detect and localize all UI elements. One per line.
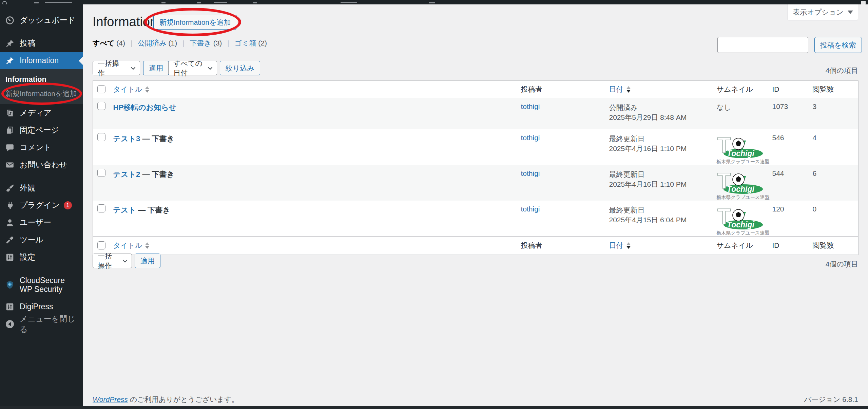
- chevron-down-icon: [848, 11, 853, 14]
- svg-text:Tochigi: Tochigi: [727, 220, 755, 229]
- menu-separator: [0, 266, 83, 272]
- pushpin-icon: [5, 39, 14, 48]
- author-link[interactable]: tothigi: [521, 103, 540, 110]
- new-content-text: [214, 2, 227, 3]
- plug-icon: [5, 201, 14, 210]
- apply-button-bottom[interactable]: 適用: [135, 254, 160, 268]
- sort-arrows-icon: [626, 86, 631, 93]
- items-count-top: 4個の項目: [826, 66, 858, 75]
- submenu-item-add-new-information[interactable]: 新規Informationを追加: [0, 87, 83, 101]
- user-avatar[interactable]: [861, 1, 866, 4]
- filter-button[interactable]: 絞り込み: [220, 61, 260, 75]
- column-header-thumbnail: サムネイル: [717, 81, 772, 98]
- search-posts-button[interactable]: 投稿を検索: [814, 37, 862, 53]
- status-filter-links: すべて (4) | 公開済み (1) | 下書き (3) | ゴミ箱 (2): [93, 38, 267, 48]
- screen-options-button[interactable]: 表示オプション: [788, 4, 858, 20]
- sidebar-item-contact[interactable]: お問い合わせ: [0, 156, 83, 173]
- select-all-checkbox[interactable]: [97, 85, 105, 93]
- sidebar-item-settings[interactable]: 設定: [0, 248, 83, 266]
- search-input[interactable]: [717, 37, 808, 53]
- column-header-id: ID: [772, 81, 813, 98]
- sidebar-item-tools[interactable]: ツール: [0, 231, 83, 248]
- chevron-down-icon: [122, 259, 128, 263]
- sort-by-title-link[interactable]: タイトル: [113, 241, 150, 250]
- bulk-action-select-bottom[interactable]: 一括操作: [93, 254, 132, 268]
- date-filter-select[interactable]: すべての日付: [168, 61, 217, 75]
- main-content: 表示オプション Information 新規Informationを追加 すべて…: [83, 4, 868, 409]
- envelope-icon: [5, 161, 14, 169]
- admin-bar-item: [341, 2, 357, 3]
- items-count-bottom: 4個の項目: [826, 259, 858, 269]
- post-title-link[interactable]: テスト3: [113, 134, 140, 143]
- bottom-edge-strip: [0, 406, 868, 409]
- filter-draft-link[interactable]: 下書き: [190, 39, 211, 47]
- sidebar-item-dashboard[interactable]: ダッシュボード: [0, 12, 83, 29]
- sidebar-item-cloudsecure[interactable]: CloudSecure WP Security: [0, 272, 83, 298]
- sort-by-title-link[interactable]: タイトル: [113, 85, 150, 94]
- sidebar-item-media[interactable]: メディア: [0, 104, 83, 122]
- row-checkbox[interactable]: [97, 133, 105, 141]
- table-footer-row: タイトル 投稿者 日付 サムネイル ID 閲覧数: [93, 236, 859, 255]
- column-header-author: 投稿者: [521, 81, 609, 98]
- filter-all-link[interactable]: すべて: [93, 39, 114, 47]
- row-checkbox[interactable]: [97, 169, 105, 177]
- select-all-checkbox[interactable]: [97, 241, 105, 249]
- filter-trash-link[interactable]: ゴミ箱: [235, 39, 256, 47]
- column-header-thumbnail: サムネイル: [717, 236, 772, 255]
- svg-text:Tochigi: Tochigi: [727, 185, 755, 193]
- column-header-views: 閲覧数: [813, 236, 859, 255]
- row-checkbox[interactable]: [97, 102, 105, 110]
- sidebar-item-collapse-menu[interactable]: メニューを閉じる: [0, 315, 83, 333]
- row-checkbox[interactable]: [97, 204, 105, 212]
- sidebar-item-comments[interactable]: コメント: [0, 139, 83, 156]
- comment-icon: [5, 143, 14, 152]
- footer-thanks-text: WordPress のご利用ありがとうございます。: [93, 395, 239, 404]
- post-title-link[interactable]: HP移転のお知らせ: [113, 103, 177, 112]
- wordpress-link[interactable]: WordPress: [93, 395, 128, 403]
- submenu-item-information-list[interactable]: Information: [0, 72, 83, 87]
- menu-separator: [0, 29, 83, 35]
- plugins-update-badge: 1: [64, 201, 72, 209]
- author-link[interactable]: tothigi: [521, 169, 540, 177]
- new-content-icon: [197, 2, 201, 3]
- sidebar-item-users[interactable]: ユーザー: [0, 214, 83, 231]
- author-link[interactable]: tothigi: [521, 205, 540, 213]
- sort-arrows-icon: [145, 86, 149, 93]
- chevron-down-icon: [208, 67, 213, 70]
- sidebar-item-plugins[interactable]: プラグイン 1: [0, 197, 83, 214]
- svg-text:Tochigi: Tochigi: [727, 149, 755, 158]
- wordpress-logo-icon: [2, 1, 7, 4]
- column-header-id: ID: [772, 236, 813, 255]
- column-header-views: 閲覧数: [813, 81, 859, 98]
- post-title-link[interactable]: テスト: [113, 206, 136, 214]
- post-title-link[interactable]: テスト2: [113, 170, 140, 179]
- admin-bar: [0, 0, 868, 4]
- add-new-information-button[interactable]: 新規Informationを追加: [153, 15, 237, 30]
- menu-separator: [0, 173, 83, 179]
- sort-by-date-link[interactable]: 日付: [609, 85, 631, 94]
- author-link[interactable]: tothigi: [521, 134, 540, 142]
- sidebar-item-digipress[interactable]: DigiPress: [0, 298, 83, 315]
- paintbrush-icon: [5, 184, 14, 192]
- sliders-icon: [5, 253, 14, 262]
- sidebar-item-appearance[interactable]: 外観: [0, 179, 83, 197]
- sidebar-item-information[interactable]: Information: [0, 52, 83, 69]
- comments-icon: [161, 2, 166, 3]
- thumbnail-image: y T Tochigi 栃木県クラブユース連盟: [717, 169, 765, 201]
- thumbnail-image: y T Tochigi 栃木県クラブユース連盟: [717, 134, 765, 165]
- sidebar-item-posts[interactable]: 投稿: [0, 35, 83, 52]
- thumbnail-none: なし: [717, 98, 772, 129]
- bulk-action-select-top[interactable]: 一括操作: [93, 61, 140, 75]
- pushpin-icon: [5, 56, 14, 65]
- table-header-row: タイトル 投稿者 日付 サムネイル ID 閲覧数: [93, 81, 859, 98]
- sort-by-date-link[interactable]: 日付: [609, 241, 631, 250]
- chevron-down-icon: [131, 67, 136, 70]
- table-row: テスト — 下書き tothigi 最終更新日 2025年4月15日 6:04 …: [93, 201, 859, 237]
- filter-published-link[interactable]: 公開済み: [138, 39, 167, 47]
- sort-arrows-icon: [626, 242, 631, 249]
- pages-icon: [5, 126, 14, 135]
- admin-sidebar: ダッシュボード 投稿 Information Information 新規Inf…: [0, 4, 83, 409]
- sidebar-item-pages[interactable]: 固定ページ: [0, 122, 83, 139]
- thumbnail-image: y T Tochigi 栃木県クラブユース連盟: [717, 205, 765, 236]
- apply-button-top[interactable]: 適用: [143, 61, 169, 75]
